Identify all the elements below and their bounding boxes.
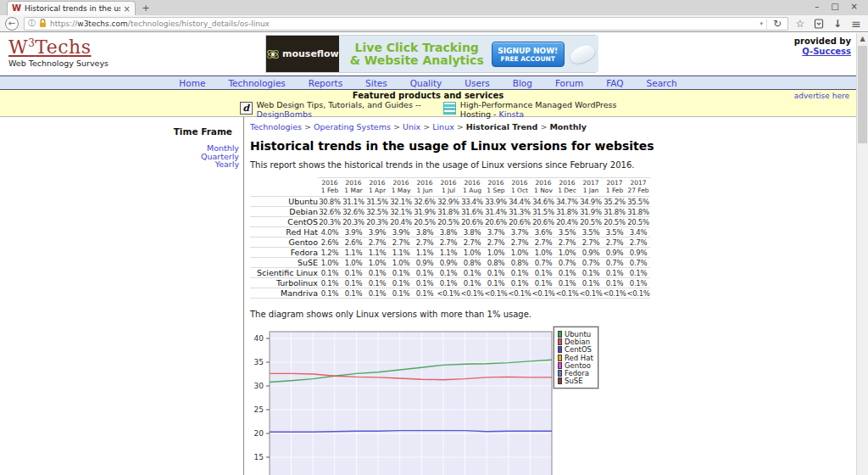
- report-subtitle: This report shows the historical trends …: [250, 160, 856, 170]
- breadcrumb-item[interactable]: Linux: [432, 122, 454, 131]
- back-button[interactable]: ←: [5, 17, 19, 31]
- scrollbar-thumb[interactable]: [858, 46, 867, 143]
- row-label: Red Hat: [250, 227, 318, 238]
- svg-text:30: 30: [254, 382, 264, 390]
- column-header: 20161 Jul: [437, 178, 460, 197]
- breadcrumb-item: Historical Trend: [466, 122, 538, 131]
- table-cell: 2.7%: [531, 238, 555, 248]
- table-cell: <0.1%: [484, 288, 508, 299]
- table-cell: 32.6%: [342, 207, 365, 217]
- column-header: 20161 Oct: [508, 178, 531, 197]
- column-header: 20161 Jun: [413, 178, 437, 197]
- column-header: 20171 Jan: [579, 178, 603, 197]
- table-cell: 2.7%: [389, 238, 413, 248]
- menu-hamburger-icon[interactable]: ≡: [849, 19, 863, 29]
- legend-entry: Gentoo: [558, 361, 593, 369]
- table-row: Turbolinux0.1%0.1%0.1%0.1%0.1%0.1%0.1%0.…: [250, 278, 650, 288]
- mouseflow-ad-banner[interactable]: mouseflow Live Click Tracking & Website …: [265, 35, 596, 73]
- row-label: Debian: [250, 207, 318, 217]
- sidebar-link-yearly[interactable]: Yearly: [0, 160, 239, 169]
- nav-link-blog[interactable]: Blog: [513, 78, 532, 88]
- table-cell: 0.1%: [603, 278, 626, 288]
- table-cell: 0.1%: [389, 278, 413, 288]
- maximize-button[interactable]: □: [831, 2, 838, 11]
- q-success-link[interactable]: Q-Success: [794, 47, 851, 56]
- table-cell: 0.1%: [389, 288, 413, 299]
- table-cell: 20.4%: [389, 217, 413, 227]
- table-cell: 33.9%: [484, 197, 508, 207]
- table-cell: 0.1%: [365, 288, 389, 299]
- nav-link-home[interactable]: Home: [179, 78, 205, 88]
- bookmark-star-icon[interactable]: ☆: [793, 19, 807, 29]
- table-cell: 3.6%: [531, 227, 555, 238]
- minimize-button[interactable]: –: [815, 2, 819, 11]
- table-cell: <0.1%: [531, 288, 555, 299]
- w3techs-logo[interactable]: W3Techs Web Technology Surveys: [8, 36, 108, 68]
- tab-title: Historical trends in the us...: [25, 4, 120, 13]
- nav-link-sites[interactable]: Sites: [365, 78, 387, 88]
- featured-link-designbombs[interactable]: DesignBombs: [257, 109, 312, 119]
- pocket-icon[interactable]: [812, 18, 826, 29]
- featured-item: dWeb Design Tips, Tutorials, and Guides …: [240, 101, 421, 119]
- vertical-scrollbar[interactable]: ▲: [856, 33, 868, 475]
- close-button[interactable]: ×: [851, 2, 858, 11]
- table-row: Red Hat4.0%3.9%3.9%3.9%3.8%3.8%3.8%3.7%3…: [250, 227, 650, 238]
- table-cell: <0.1%: [603, 288, 626, 299]
- table-cell: 34.4%: [508, 197, 531, 207]
- table-cell: 3.9%: [389, 227, 413, 238]
- site-info-icon[interactable]: ⓘ: [28, 18, 36, 29]
- table-cell: 0.1%: [626, 278, 650, 288]
- table-cell: 0.7%: [603, 258, 626, 268]
- row-label: CentOS: [250, 217, 318, 227]
- table-cell: 32.6%: [413, 197, 437, 207]
- signup-button[interactable]: SIGNUP NOW! FREE ACCOUNT: [492, 42, 565, 67]
- table-cell: 1.0%: [460, 248, 484, 258]
- nav-link-faq[interactable]: FAQ: [606, 78, 623, 88]
- table-cell: 0.1%: [318, 288, 342, 299]
- featured-item: High-Performance Managed WordPressHostin…: [443, 101, 617, 119]
- table-cell: 0.1%: [437, 278, 460, 288]
- new-tab-button[interactable]: +: [136, 2, 156, 15]
- table-cell: 2.7%: [508, 238, 531, 248]
- tab-bar: W Historical trends in the us... × + – □…: [0, 0, 868, 15]
- table-cell: <0.1%: [555, 288, 579, 299]
- column-header: 20161 Aug: [460, 178, 484, 197]
- reload-icon[interactable]: ↻: [771, 19, 784, 29]
- table-cell: 31.8%: [437, 207, 460, 217]
- table-cell: 0.1%: [437, 268, 460, 278]
- site-header: W3Techs Web Technology Surveys mouseflow…: [0, 33, 856, 75]
- nav-link-technologies[interactable]: Technologies: [228, 78, 285, 88]
- legend-swatch: [558, 338, 562, 345]
- table-cell: 3.9%: [342, 227, 365, 238]
- table-cell: 35.5%: [626, 197, 650, 207]
- breadcrumb-item[interactable]: Operating Systems: [314, 122, 391, 131]
- mouseflow-logo: mouseflow: [266, 36, 339, 72]
- sidebar-link-quarterly[interactable]: Quarterly: [0, 153, 239, 161]
- tab-close-icon[interactable]: ×: [124, 4, 131, 14]
- nav-link-search[interactable]: Search: [647, 78, 677, 88]
- table-cell: 0.1%: [365, 268, 389, 278]
- nav-link-forum[interactable]: Forum: [555, 78, 583, 88]
- breadcrumb-item[interactable]: Technologies: [250, 122, 302, 131]
- featured-title: Featured products and services: [0, 90, 856, 100]
- table-cell: 0.1%: [460, 278, 484, 288]
- table-cell: 1.1%: [413, 248, 437, 258]
- table-cell: 34.6%: [531, 197, 555, 207]
- browser-tab[interactable]: W Historical trends in the us... ×: [7, 1, 136, 15]
- table-cell: 35.2%: [603, 197, 626, 207]
- url-bar[interactable]: ⓘ https://w3techs.com/technologies/histo…: [24, 17, 788, 31]
- nav-link-quality[interactable]: Quality: [410, 78, 442, 88]
- advertise-here-link[interactable]: advertise here: [794, 92, 849, 100]
- breadcrumb-item[interactable]: Unix: [403, 122, 420, 131]
- column-header: 20161 Mar: [342, 178, 365, 197]
- table-cell: 0.1%: [342, 278, 365, 288]
- column-header: 20161 May: [389, 178, 413, 197]
- table-cell: 31.8%: [603, 207, 626, 217]
- table-cell: 20.5%: [603, 217, 626, 227]
- url-dropdown-icon[interactable]: ▾: [760, 20, 763, 27]
- nav-link-users[interactable]: Users: [465, 78, 489, 88]
- downloads-icon[interactable]: ↓: [831, 19, 844, 29]
- scroll-up-icon[interactable]: ▲: [857, 35, 868, 42]
- featured-link-kinsta[interactable]: Kinsta: [499, 109, 524, 119]
- nav-link-reports[interactable]: Reports: [309, 78, 342, 88]
